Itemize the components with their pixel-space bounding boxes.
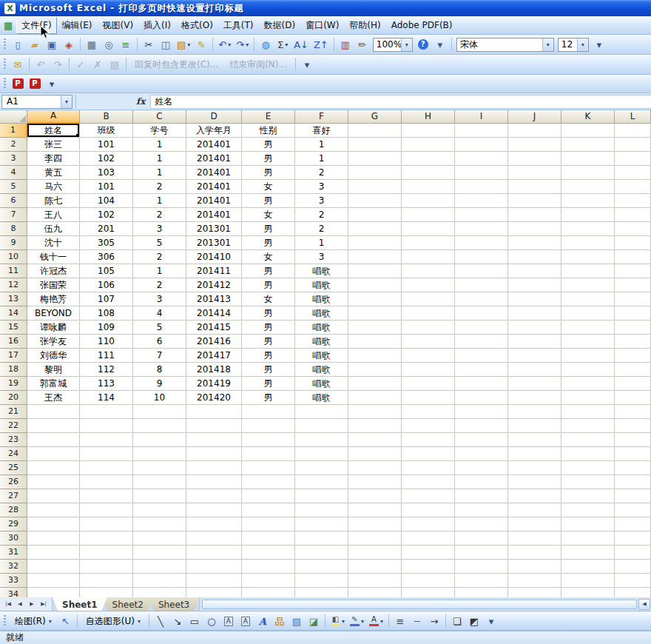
cell-H3[interactable] [402,152,455,166]
column-header-D[interactable]: D [186,110,242,124]
cell-D11[interactable]: 201411 [186,264,242,278]
cell-A30[interactable] [27,531,80,546]
cell-G31[interactable] [348,546,402,560]
previous-comment-icon[interactable]: ↶ [33,57,49,72]
cell-K1[interactable] [561,124,615,138]
cell-H8[interactable] [402,222,455,236]
cell-E22[interactable] [242,419,295,433]
cell-F14[interactable]: 唱歌 [295,306,348,321]
cell-L14[interactable] [615,306,651,321]
cell-A22[interactable] [27,419,80,433]
cell-A33[interactable] [27,574,80,588]
row-header-11[interactable]: 11 [0,264,27,278]
cell-A2[interactable]: 张三 [27,138,80,152]
cell-H9[interactable] [402,236,455,250]
cell-G12[interactable] [348,278,402,292]
insert-hyperlink-icon[interactable]: ◍ [257,37,274,52]
row-header-4[interactable]: 4 [0,166,27,180]
cell-I15[interactable] [455,321,508,335]
cell-G21[interactable] [348,405,402,419]
cell-I27[interactable] [455,489,508,503]
cell-G2[interactable] [348,138,402,152]
cell-F7[interactable]: 2 [295,208,348,222]
cell-A26[interactable] [27,475,80,489]
cell-A27[interactable] [27,489,80,503]
cell-J7[interactable] [508,208,561,222]
cell-H32[interactable] [402,560,455,574]
cell-I29[interactable] [455,517,508,531]
column-header-C[interactable]: C [133,110,186,124]
cell-F30[interactable] [295,531,348,546]
cell-J21[interactable] [508,405,561,419]
reply-with-changes-button[interactable]: 回复时包含更改(C)... [129,57,223,72]
cell-C29[interactable] [133,517,186,531]
cell-J5[interactable] [508,180,561,194]
cell-C24[interactable] [133,447,186,461]
cell-H28[interactable] [402,503,455,517]
print-preview-icon[interactable]: ◎ [101,37,117,52]
cell-E34[interactable] [242,588,295,597]
cell-H29[interactable] [402,517,455,531]
cell-F4[interactable]: 2 [295,166,348,180]
cell-B22[interactable] [80,419,133,433]
row-header-23[interactable]: 23 [0,433,27,447]
cell-D32[interactable] [186,560,242,574]
cell-B9[interactable]: 305 [80,236,133,250]
cell-J24[interactable] [508,447,561,461]
cell-J10[interactable] [508,250,561,264]
cell-K15[interactable] [561,321,615,335]
cell-J8[interactable] [508,222,561,236]
text-box-icon[interactable]: A [220,614,237,628]
cell-D19[interactable]: 201419 [186,377,242,391]
cell-G7[interactable] [348,208,402,222]
cell-C3[interactable]: 1 [133,152,186,166]
cell-D4[interactable]: 201401 [186,166,242,180]
cell-K27[interactable] [561,489,615,503]
cell-I12[interactable] [455,278,508,292]
save-icon[interactable]: ▣ [44,37,60,52]
cell-H5[interactable] [402,180,455,194]
cell-J12[interactable] [508,278,561,292]
cell-I13[interactable] [455,292,508,306]
cell-F31[interactable] [295,546,348,560]
arrow-style-icon[interactable]: → [426,614,442,628]
cell-D34[interactable] [186,588,242,597]
cell-I4[interactable] [455,166,508,180]
cell-D26[interactable] [186,475,242,489]
autoshapes-button-dropdown-icon[interactable]: ▾ [138,618,141,625]
cell-H34[interactable] [402,588,455,597]
cell-E31[interactable] [242,546,295,560]
redo-icon-dropdown-icon[interactable]: ▾ [246,41,249,48]
cell-K22[interactable] [561,419,615,433]
cell-J17[interactable] [508,349,561,363]
cell-C15[interactable]: 5 [133,321,186,335]
cell-G13[interactable] [348,292,402,306]
cell-E14[interactable]: 男 [242,306,295,321]
cell-E19[interactable]: 男 [242,377,295,391]
cell-K9[interactable] [561,236,615,250]
cell-L6[interactable] [615,194,651,208]
cell-D5[interactable]: 201401 [186,180,242,194]
envelope-icon[interactable]: ✉ [10,57,26,72]
cell-A23[interactable] [27,433,80,447]
cell-E25[interactable] [242,461,295,475]
previous-sheet-button[interactable]: ◀ [14,599,26,610]
row-header-25[interactable]: 25 [0,461,27,475]
row-header-32[interactable]: 32 [0,560,27,574]
cell-D1[interactable]: 入学年月 [186,124,242,138]
row-header-13[interactable]: 13 [0,292,27,306]
menu-item-insert[interactable]: 插入(I) [138,17,176,34]
cell-B10[interactable]: 306 [80,250,133,264]
cell-H20[interactable] [402,391,455,405]
cell-K31[interactable] [561,546,615,560]
cell-B6[interactable]: 104 [80,194,133,208]
cell-A7[interactable]: 王八 [27,208,80,222]
cell-B28[interactable] [80,503,133,517]
cell-H30[interactable] [402,531,455,546]
cell-D27[interactable] [186,489,242,503]
cell-B27[interactable] [80,489,133,503]
cell-H15[interactable] [402,321,455,335]
cell-L26[interactable] [615,475,651,489]
cell-I8[interactable] [455,222,508,236]
autosum-icon[interactable]: Σ▾ [274,37,291,52]
